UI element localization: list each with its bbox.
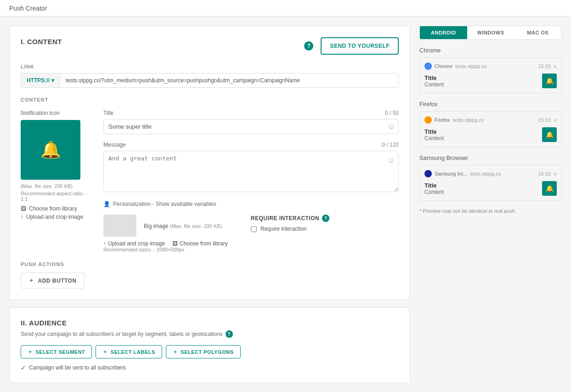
require-interaction-checkbox-label: Require interaction (260, 226, 307, 232)
samsung-preview-thumb: 🔔 (542, 181, 557, 196)
firefox-browser-info: Firefox tests.stppg.co (424, 116, 484, 124)
check-circle-icon: ✓ (21, 364, 26, 371)
big-image-recommended: Recommended sizes: - 1000×500px (103, 247, 228, 252)
preview-note: * Preview may not be identical to real p… (419, 208, 562, 214)
big-image-preview (103, 215, 136, 237)
upload-crop-label: Upload and crop image (26, 214, 83, 220)
select-labels-button[interactable]: ＋ SELECT LABELS (96, 345, 162, 358)
chrome-section: Chrome Chrome tests.stppg.co 15:10 ∧ (419, 47, 562, 93)
title-field-header: Title 0 / 50 (103, 110, 399, 116)
title-label: Title (103, 110, 113, 116)
message-textarea[interactable] (103, 151, 399, 192)
main-content: I. CONTENT ? SEND TO YOURSELF LINK HTTPS… (0, 17, 571, 392)
big-image-choose-label: Choose from library (180, 240, 228, 247)
firefox-chevron-icon[interactable]: ∧ (554, 118, 557, 123)
aspect-ratio-info: Recommended aspect ratio: - 1:1 (21, 191, 94, 202)
header-actions: ? SEND TO YOURSELF (304, 37, 399, 55)
preview-tabs: ANDROID WINDOWS MAC OS (419, 26, 562, 40)
samsung-card-header: Samsung Int... tests.stppg.co 15:10 ∧ (424, 170, 557, 177)
chrome-chevron-icon[interactable]: ∧ (554, 64, 557, 69)
big-image-size: (Max. file size: 200 KB) (170, 223, 222, 229)
require-checkbox-row: Require interaction (251, 226, 334, 232)
chrome-browser-icon (424, 62, 432, 70)
preview-pane: ANDROID WINDOWS MAC OS Chrome Chrome tes… (419, 26, 562, 383)
big-image-require-row: Big image (Max. file size: 200 KB) ↑ Upl… (103, 215, 399, 252)
message-input-wrapper: ☺ (103, 151, 399, 193)
title-emoji-button[interactable]: ☺ (388, 123, 395, 131)
audience-title: II. AUDIENCE (21, 319, 399, 327)
left-main: I. CONTENT ? SEND TO YOURSELF LINK HTTPS… (9, 26, 410, 383)
select-segment-button[interactable]: ＋ SELECT SEGMENT (21, 345, 92, 358)
samsung-time: 15:10 (538, 171, 551, 176)
chrome-label: Chrome (419, 47, 562, 54)
upload-icon: ↑ (103, 240, 106, 247)
section-title: I. CONTENT (21, 38, 62, 45)
big-image-info: Big image (Max. file size: 200 KB) (144, 222, 222, 229)
samsung-chevron-icon[interactable]: ∧ (554, 171, 557, 176)
big-image-choose[interactable]: 🖼 Choose from library (172, 240, 228, 247)
firefox-card-body: Title Content 🔔 (424, 127, 557, 142)
upload-crop-action[interactable]: ↑ Upload and crop image (21, 214, 94, 220)
samsung-preview-text: Title Content (424, 182, 444, 195)
chrome-card-header: Chrome tests.stppg.co 15:10 ∧ (424, 62, 557, 70)
tab-android[interactable]: ANDROID (420, 26, 467, 39)
choose-library-label: Choose from library (29, 205, 77, 212)
samsung-preview-url: tests.stppg.co (470, 171, 501, 176)
select-segment-label: SELECT SEGMENT (36, 349, 85, 355)
firefox-preview-url: tests.stppg.co (453, 117, 484, 123)
firefox-label: Firefox (419, 101, 562, 108)
bell-icon: 🔔 (546, 185, 554, 192)
chrome-header-right: 15:10 ∧ (538, 63, 557, 69)
audience-help-icon[interactable]: ? (226, 330, 233, 338)
samsung-header-right: 15:10 ∧ (538, 171, 557, 176)
tab-windows[interactable]: WINDOWS (467, 26, 514, 39)
add-button-button[interactable]: ＋ ADD BUTTON (21, 273, 85, 289)
main-layout: I. CONTENT ? SEND TO YOURSELF LINK HTTPS… (9, 26, 562, 383)
firefox-section: Firefox Firefox tests.stppg.co 15:10 ∧ (419, 101, 562, 147)
firefox-time: 15:10 (538, 117, 551, 123)
personalization-label: Personalization - Show available variabl… (113, 201, 216, 207)
chrome-preview-thumb: 🔔 (542, 74, 557, 88)
samsung-browser-icon (424, 170, 432, 177)
plus-icon: ＋ (173, 348, 178, 355)
require-section: REQUIRE INTERACTION ? Require interactio… (242, 215, 334, 252)
plus-icon: ＋ (102, 348, 108, 355)
send-yourself-button[interactable]: SEND TO YOURSELF (321, 37, 399, 55)
big-image-upload[interactable]: ↑ Upload and crop image (103, 240, 165, 247)
select-labels-label: SELECT LABELS (111, 349, 155, 355)
firefox-preview-thumb: 🔔 (542, 127, 557, 142)
title-input-wrapper: ☺ (103, 119, 399, 134)
chrome-browser-name: Chrome (435, 63, 452, 69)
bell-icon: 🔔 (546, 77, 554, 85)
require-interaction-checkbox[interactable] (251, 226, 257, 232)
push-actions-label: PUSH ACTIONS (21, 261, 399, 267)
chrome-preview-url: tests.stppg.co (455, 63, 486, 69)
title-input[interactable] (103, 119, 399, 134)
url-input[interactable] (60, 74, 398, 87)
big-image-actions: ↑ Upload and crop image 🖼 Choose from li… (103, 240, 228, 247)
link-input-row: HTTPS:// ▾ (21, 73, 399, 88)
https-selector[interactable]: HTTPS:// ▾ (21, 74, 60, 87)
bell-icon: 🔔 (546, 131, 554, 138)
content-area: Notification icon 🔔 (Max. file size: 200… (21, 110, 399, 252)
samsung-label: Samsung Browser (419, 154, 562, 161)
chrome-card-body: Title Content 🔔 (424, 74, 557, 88)
firefox-header-right: 15:10 ∧ (538, 117, 557, 123)
app-title: Push Creator (9, 5, 47, 12)
person-icon: 👤 (103, 201, 110, 207)
personalization-row[interactable]: 👤 Personalization - Show available varia… (103, 201, 399, 207)
choose-library-action[interactable]: 🖼 Choose from library (21, 205, 94, 212)
audience-desc-text: Send your campaign to all subscribers or… (21, 331, 223, 337)
message-count: 0 / 120 (382, 142, 399, 148)
help-icon[interactable]: ? (304, 41, 313, 51)
upload-icon: ↑ (21, 214, 23, 220)
message-label: Message (103, 142, 126, 148)
tab-macos[interactable]: MAC OS (514, 26, 561, 39)
chrome-preview-text: Title Content (424, 74, 444, 88)
firefox-preview-content: Content (424, 135, 444, 142)
title-count: 0 / 50 (385, 110, 399, 116)
message-field-header: Message 0 / 120 (103, 142, 399, 148)
select-polygons-button[interactable]: ＋ SELECT POLYGONS (166, 345, 241, 358)
require-help-icon[interactable]: ? (322, 215, 329, 222)
message-emoji-button[interactable]: ☺ (388, 156, 395, 165)
